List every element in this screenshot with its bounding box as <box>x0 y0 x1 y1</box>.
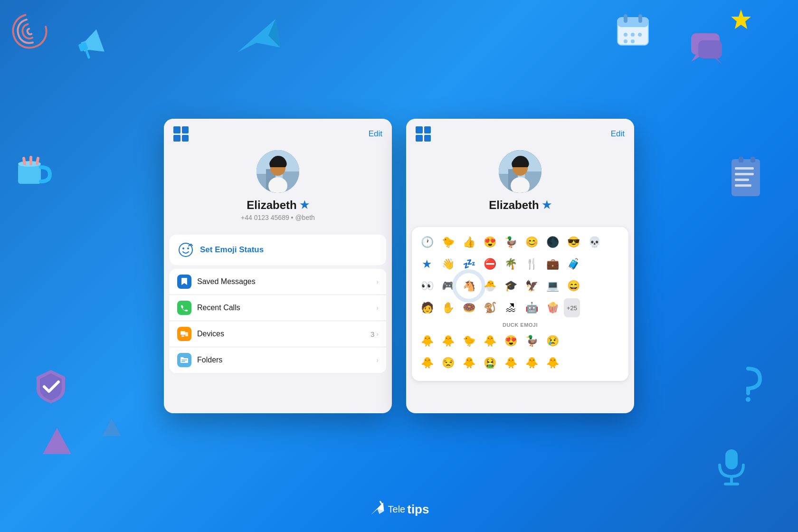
svg-rect-52 <box>185 332 188 336</box>
avatar-left <box>256 150 299 193</box>
emoji-popcorn[interactable]: 🍿 <box>543 298 562 317</box>
duck-emoji-14[interactable]: 🐥 <box>543 353 562 372</box>
recent-calls-arrow: › <box>376 304 379 312</box>
emoji-laptop[interactable]: 💻 <box>543 276 562 295</box>
recent-calls-label: Recent Calls <box>197 304 376 312</box>
devices-arrow: › <box>376 330 379 338</box>
emoji-row-3: 👀 🎮 🐴 🐣 🎓 🦅 💻 😄 <box>418 276 623 295</box>
emoji-gamepad[interactable]: 🎮 <box>438 276 457 295</box>
duck-emoji-13[interactable]: 🐥 <box>522 353 541 372</box>
duck-emoji-11[interactable]: 🤮 <box>480 353 499 372</box>
main-content: Edit <box>0 0 798 532</box>
emoji-robot[interactable]: 🤖 <box>522 298 541 317</box>
duck-emoji-10[interactable]: 🐥 <box>459 353 478 372</box>
emoji-smiley[interactable]: 😄 <box>564 276 583 295</box>
emoji-chick[interactable]: 🐤 <box>438 233 457 252</box>
emoji-briefcase2[interactable]: 🧳 <box>564 255 583 274</box>
svg-rect-55 <box>181 361 185 362</box>
emoji-wave[interactable]: 👋 <box>438 255 457 274</box>
duck-emoji-3[interactable]: 🐤 <box>459 332 478 351</box>
menu-item-devices[interactable]: Devices 3 › <box>170 321 386 347</box>
duck-emoji-9[interactable]: 😒 <box>438 353 457 372</box>
saved-messages-icon <box>177 275 191 289</box>
emoji-hand[interactable]: ✋ <box>438 298 457 317</box>
qr-icon-right[interactable] <box>416 126 431 142</box>
duck-emoji-12[interactable]: 🐥 <box>501 353 520 372</box>
emoji-person[interactable]: 🧑 <box>418 298 437 317</box>
emoji-duck-face[interactable]: 🦆 <box>501 233 520 252</box>
left-panel: Edit <box>164 119 392 413</box>
emoji-graduation[interactable]: 🎓 <box>501 276 520 295</box>
emoji-monkey[interactable]: 🐒 <box>480 298 499 317</box>
emoji-status-button[interactable]: Set Emoji Status <box>170 235 386 265</box>
right-panel-header: Edit <box>406 119 634 145</box>
duck-emoji-6[interactable]: 🦆 <box>522 332 541 351</box>
edit-button-right[interactable]: Edit <box>611 129 625 139</box>
svg-rect-53 <box>181 335 184 337</box>
emoji-donut[interactable]: 🍩 <box>459 298 478 317</box>
emoji-star2[interactable]: ★ <box>418 255 437 274</box>
emoji-smile[interactable]: 😊 <box>522 233 541 252</box>
emoji-thumbsup[interactable]: 👍 <box>459 233 478 252</box>
emoji-row-2: ★ 👋 💤 ⛔ 🌴 🍴 💼 🧳 <box>418 255 623 274</box>
qr-icon-left[interactable] <box>173 126 189 142</box>
profile-name-right: Elizabeth ★ <box>489 199 551 212</box>
folders-icon <box>177 353 191 367</box>
emoji-palm[interactable]: 🌴 <box>501 255 520 274</box>
svg-rect-54 <box>181 360 187 361</box>
svg-point-48 <box>187 247 189 249</box>
folders-arrow: › <box>376 356 379 364</box>
edit-button-left[interactable]: Edit <box>369 129 382 139</box>
emoji-status-icon <box>177 241 194 258</box>
devices-badge: 3 <box>370 330 374 338</box>
emoji-skull[interactable]: 💀 <box>585 233 604 252</box>
duck-emoji-4[interactable]: 🐥 <box>480 332 499 351</box>
verified-star-left: ★ <box>300 199 309 211</box>
emoji-section-label: DUCK EMOJI <box>418 320 623 332</box>
emoji-grey[interactable]: 🌑 <box>543 233 562 252</box>
menu-item-saved-messages[interactable]: Saved Messages › <box>170 269 386 295</box>
devices-label: Devices <box>197 330 370 338</box>
emoji-beach[interactable]: 🏖 <box>501 298 520 317</box>
emoji-row-recent: 🕐 🐤 👍 😍 🦆 😊 🌑 😎 💀 <box>418 233 623 252</box>
duck-emoji-2[interactable]: 🐥 <box>438 332 457 351</box>
emoji-eyes[interactable]: 👀 <box>418 276 437 295</box>
duck-emoji-8[interactable]: 🐥 <box>418 353 437 372</box>
emoji-hatching[interactable]: 🐣 <box>480 276 499 295</box>
duck-emoji-1[interactable]: 🐥 <box>418 332 437 351</box>
emoji-fork[interactable]: 🍴 <box>522 255 541 274</box>
devices-icon <box>177 327 191 341</box>
folders-label: Folders <box>197 356 376 364</box>
emoji-status-label: Set Emoji Status <box>200 245 264 255</box>
emoji-zzz[interactable]: 💤 <box>459 255 478 274</box>
profile-section-left: Elizabeth ★ +44 0123 45689 • @beth <box>164 145 392 231</box>
menu-item-folders[interactable]: Folders › <box>170 347 386 373</box>
emoji-picker: 🕐 🐤 👍 😍 🦆 😊 🌑 😎 💀 ★ 👋 💤 ⛔ 🌴 🍴 💼 🧳 <box>412 227 628 381</box>
logo-icon <box>369 501 386 518</box>
more-emojis-badge[interactable]: +25 <box>564 298 580 317</box>
emoji-heart-eyes[interactable]: 😍 <box>480 233 499 252</box>
saved-messages-arrow: › <box>376 278 379 285</box>
svg-rect-51 <box>180 331 185 335</box>
menu-list: Saved Messages › Recent Calls › <box>170 269 386 373</box>
emoji-no-entry[interactable]: ⛔ <box>480 255 499 274</box>
emoji-selected-ring[interactable]: 🐴 <box>459 276 478 295</box>
left-panel-header: Edit <box>164 119 392 145</box>
bottom-logo: Teletips <box>369 501 429 518</box>
duck-emoji-row-2: 🐥 😒 🐥 🤮 🐥 🐥 🐥 <box>418 353 623 372</box>
saved-messages-label: Saved Messages <box>197 277 376 286</box>
duck-emoji-5[interactable]: 😍 <box>501 332 520 351</box>
emoji-cool[interactable]: 😎 <box>564 233 583 252</box>
emoji-briefcase1[interactable]: 💼 <box>543 255 562 274</box>
emoji-eagle[interactable]: 🦅 <box>522 276 541 295</box>
profile-info-left: +44 0123 45689 • @beth <box>241 214 315 221</box>
logo-tips: tips <box>407 502 429 517</box>
avatar-right <box>499 150 542 193</box>
svg-line-65 <box>380 502 382 504</box>
recent-calls-icon <box>177 301 191 315</box>
menu-item-recent-calls[interactable]: Recent Calls › <box>170 295 386 321</box>
emoji-clock[interactable]: 🕐 <box>418 233 437 252</box>
emoji-row-4: 🧑 ✋ 🍩 🐒 🏖 🤖 🍿 +25 <box>418 298 623 317</box>
profile-section-right: Elizabeth ★ <box>406 145 634 223</box>
duck-emoji-7[interactable]: 😢 <box>543 332 562 351</box>
